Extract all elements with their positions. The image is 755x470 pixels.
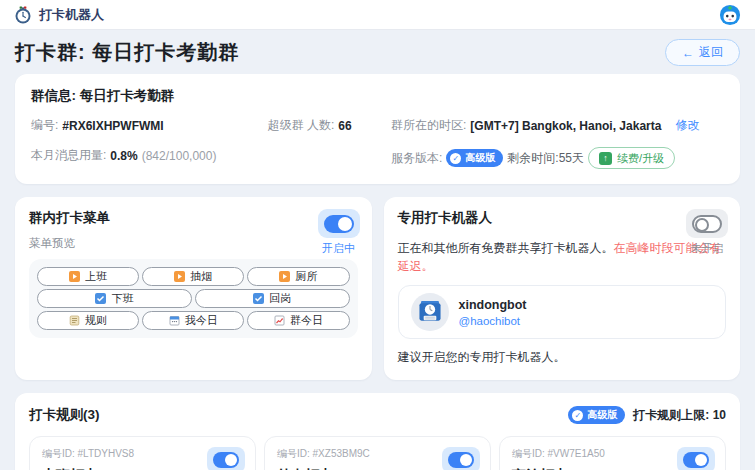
rules-section-card: 打卡规则(3) ✓ 高级版 打卡规则上限: 10 编号ID: #LTDYHVS8… — [15, 393, 740, 470]
menu-button-label: 抽烟 — [190, 269, 212, 284]
dedicated-bot-card: 专用打卡机器人 未开启 正在和其他所有免费群共享打卡机器人。在高峰时段可能会有延… — [384, 197, 741, 380]
rule-toggle: 开启中 — [207, 447, 245, 470]
renew-upgrade-button[interactable]: ↑ 续费/升级 — [588, 147, 675, 169]
bot-toggle: 未开启 — [686, 209, 728, 256]
badge-check-icon: ✓ — [572, 410, 583, 421]
timezone-value: [GMT+7] Bangkok, Hanoi, Jakarta — [470, 119, 661, 133]
bot-name: xindongbot — [459, 298, 527, 312]
rules-limit: 打卡规则上限: 10 — [633, 407, 726, 424]
menu-button-xiaban[interactable]: 下班 — [37, 289, 192, 308]
rule-card-waichu: 编号ID: #XZ53BM9C 外出打卡 开启中 开始打卡: cy 抽烟 完成打… — [264, 436, 491, 470]
calendar-icon — [169, 315, 180, 326]
bot-description: 正在和其他所有免费群共享打卡机器人。在高峰时段可能会有延迟。 — [398, 239, 727, 275]
menu-button-label: 下班 — [111, 291, 133, 306]
rule-toggle: 开启中 — [677, 447, 715, 470]
check-icon — [95, 293, 106, 304]
rule-toggle: 开启中 — [442, 447, 480, 470]
group-members-value: 66 — [338, 119, 351, 133]
premium-badge-label: 高级版 — [465, 151, 495, 165]
menu-card: 群内打卡菜单 开启中 菜单预览 上班 抽烟 — [15, 197, 372, 380]
menu-button-shangban[interactable]: 上班 — [37, 267, 139, 286]
bot-handle-link[interactable]: @haochibot — [459, 315, 527, 327]
play-icon — [174, 271, 185, 282]
rules-title: 打卡规则(3) — [29, 406, 100, 424]
play-icon — [279, 271, 290, 282]
menu-toggle-label: 开启中 — [322, 241, 355, 256]
menu-preview-label: 菜单预览 — [29, 236, 358, 251]
badge-check-icon: ✓ — [450, 153, 461, 164]
punch-clock-avatar — [411, 293, 449, 331]
service-remaining: 剩余时间:55天 — [507, 150, 584, 167]
upgrade-arrow-icon: ↑ — [599, 152, 612, 165]
rule-card-shangban: 编号ID: #LTDYHVS8 上班打卡 开启中 开始打卡: sb 上班 完成打… — [29, 436, 256, 470]
bot-card-title: 专用打卡机器人 — [398, 209, 727, 227]
menu-button-wojinri[interactable]: 我今日 — [142, 311, 244, 330]
menu-button-chouyan[interactable]: 抽烟 — [142, 267, 244, 286]
bot-toggle-switch[interactable] — [686, 209, 728, 238]
rule-toggle-switch[interactable] — [677, 447, 715, 470]
robot-avatar[interactable] — [719, 4, 741, 26]
group-members-label: 超级群 人数: — [268, 117, 335, 134]
chart-icon — [274, 315, 285, 326]
back-button[interactable]: ← 返回 — [665, 39, 740, 66]
play-icon — [69, 271, 80, 282]
menu-button-huigang[interactable]: 回岗 — [195, 289, 350, 308]
menu-button-label: 回岗 — [269, 291, 291, 306]
menu-button-guize[interactable]: 规则 — [37, 311, 139, 330]
rule-toggle-switch[interactable] — [442, 447, 480, 470]
app-title: 打卡机器人 — [39, 6, 104, 24]
usage-detail: (842/100,000) — [142, 149, 217, 163]
group-info-title: 群信息: 每日打卡考勤群 — [31, 87, 724, 105]
timezone-label: 群所在的时区: — [391, 117, 466, 134]
group-id-label: 编号: — [31, 117, 58, 134]
bot-toggle-label: 未开启 — [691, 241, 724, 256]
bot-suggestion: 建议开启您的专用打卡机器人。 — [398, 349, 727, 366]
rules-premium-badge: ✓ 高级版 — [568, 406, 625, 424]
check-icon — [253, 293, 264, 304]
rule-toggle-switch[interactable] — [207, 447, 245, 470]
group-id-value: #RX6IXHPWFWMI — [62, 119, 163, 133]
usage-value: 0.8% — [110, 149, 137, 163]
rule-card-shangqia: 编号ID: #VW7E1A50 商洽打卡 开启中 开始打卡: wc 厕所 完成打… — [499, 436, 726, 470]
menu-button-label: 上班 — [85, 269, 107, 284]
bot-info-box: xindongbot @haochibot — [398, 285, 727, 339]
stopwatch-logo-icon — [14, 6, 32, 24]
group-info-card: 群信息: 每日打卡考勤群 编号: #RX6IXHPWFWMI 超级群 人数: 6… — [15, 74, 740, 184]
renew-upgrade-label: 续费/升级 — [617, 151, 664, 166]
menu-preview-box: 上班 抽烟 厕所 下班 — [29, 259, 358, 338]
app-brand: 打卡机器人 — [14, 6, 104, 24]
back-arrow-icon: ← — [682, 46, 694, 60]
menu-button-qunjinri[interactable]: 群今日 — [247, 311, 349, 330]
page-title: 打卡群: 每日打卡考勤群 — [15, 39, 239, 66]
menu-toggle-switch[interactable] — [318, 209, 360, 238]
menu-button-cesuo[interactable]: 厕所 — [247, 267, 349, 286]
bot-desc-text: 正在和其他所有免费群共享打卡机器人。 — [398, 241, 614, 255]
menu-button-label: 规则 — [85, 313, 107, 328]
app-header: 打卡机器人 — [0, 0, 755, 30]
rules-premium-badge-label: 高级版 — [587, 408, 617, 422]
back-button-label: 返回 — [699, 44, 723, 61]
scroll-icon — [69, 315, 80, 326]
menu-toggle: 开启中 — [318, 209, 360, 256]
premium-badge: ✓ 高级版 — [446, 149, 503, 167]
service-version-label: 服务版本: — [391, 150, 442, 167]
menu-card-title: 群内打卡菜单 — [29, 209, 358, 227]
usage-label: 本月消息用量: — [31, 147, 106, 164]
menu-button-label: 厕所 — [295, 269, 317, 284]
timezone-edit-link[interactable]: 修改 — [675, 117, 699, 134]
menu-button-label: 群今日 — [290, 313, 323, 328]
menu-button-label: 我今日 — [185, 313, 218, 328]
